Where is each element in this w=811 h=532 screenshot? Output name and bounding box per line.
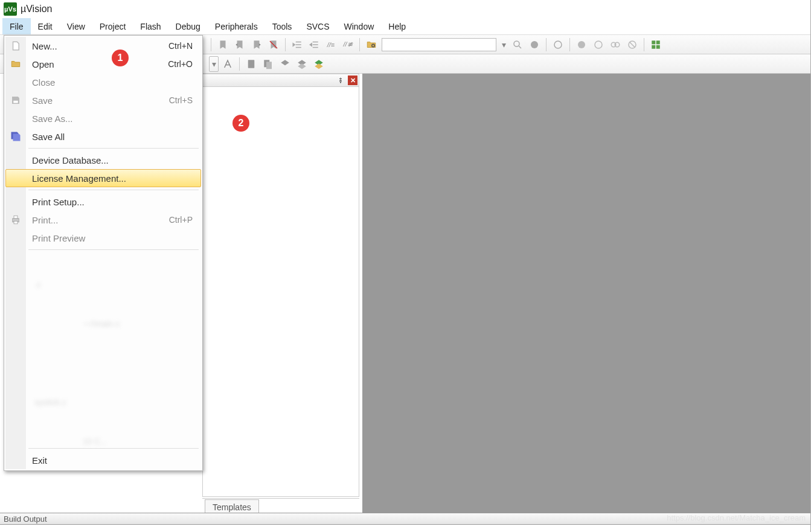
file-menu-new[interactable]: New...Ctrl+N <box>5 37 201 55</box>
menu-window[interactable]: Window <box>337 18 382 34</box>
menu-file[interactable]: File <box>2 18 31 34</box>
indent-icon[interactable] <box>289 37 305 53</box>
breakpoint-disable-icon[interactable] <box>607 37 623 53</box>
annotation-badge-1: 1 <box>112 50 129 66</box>
recent-file-fragment: systick.c <box>34 397 66 407</box>
svg-point-9 <box>531 41 538 48</box>
menu-project[interactable]: Project <box>92 18 133 34</box>
uncomment-icon[interactable]: //≢ <box>340 37 356 53</box>
menu-item-shortcut: Ctrl+S <box>169 95 193 105</box>
file-menu-printsetup[interactable]: Print Setup... <box>5 193 201 211</box>
templates-tab[interactable]: Templates <box>205 499 259 514</box>
build-icon[interactable] <box>243 56 259 72</box>
menu-separator <box>28 448 199 449</box>
incremental-find-icon[interactable] <box>510 37 525 53</box>
menu-help[interactable]: Help <box>381 18 413 34</box>
watermark-text: https://blog.csdn.net/Matcha_ice_cream <box>667 513 806 522</box>
breakpoint-enable-icon[interactable] <box>591 37 606 53</box>
file-menu-dropdown: New...Ctrl+NOpenCtrl+OCloseSaveCtrl+SSav… <box>4 35 203 471</box>
svg-rect-25 <box>14 216 18 219</box>
target-dropdown-icon[interactable]: ▾ <box>209 56 219 72</box>
comment-icon[interactable]: //≡ <box>323 37 339 53</box>
breakpoint-insert-icon[interactable] <box>574 37 589 53</box>
pane-titlebar: ✕ <box>202 74 359 87</box>
batch-build-icon[interactable] <box>277 56 293 72</box>
menu-item-label: Save All <box>32 132 65 142</box>
options-icon[interactable] <box>220 56 236 72</box>
file-menu-printprev[interactable]: Print Preview <box>5 229 201 247</box>
debug-icon[interactable] <box>527 37 542 53</box>
svg-rect-23 <box>13 101 18 103</box>
menu-item-label: New... <box>32 41 57 51</box>
menu-item-label: Device Database... <box>32 155 109 165</box>
menu-separator <box>28 148 199 149</box>
find-combo[interactable] <box>382 38 496 51</box>
open-folder-icon <box>9 57 22 71</box>
menu-peripherals[interactable]: Peripherals <box>208 18 265 34</box>
svg-rect-17 <box>656 40 660 44</box>
svg-rect-16 <box>652 40 655 44</box>
clean-icon[interactable] <box>294 56 310 72</box>
bottom-strip <box>0 525 810 532</box>
pin-icon[interactable] <box>336 75 345 85</box>
bookmark-prev-icon[interactable] <box>232 37 248 53</box>
app-window: µVs µVision FileEditViewProjectFlashDebu… <box>0 0 811 532</box>
svg-point-8 <box>514 41 519 46</box>
file-menu-exit[interactable]: Exit <box>5 451 201 469</box>
file-menu-open[interactable]: OpenCtrl+O <box>5 55 201 73</box>
file-menu-close[interactable]: Close <box>5 73 201 91</box>
recent-files-area[interactable]: .c∼r\main.csystick.c10 C... <box>28 252 201 446</box>
menu-svcs[interactable]: SVCS <box>299 18 336 34</box>
toolbar-separator <box>546 38 547 51</box>
toolbar-separator <box>359 38 360 51</box>
menu-item-shortcut: Ctrl+O <box>168 59 193 69</box>
file-menu-devdb[interactable]: Device Database... <box>5 151 201 169</box>
menu-item-label: Close <box>32 77 55 88</box>
menu-separator <box>28 190 199 190</box>
file-menu-saveas[interactable]: Save As... <box>5 109 201 127</box>
menu-tools[interactable]: Tools <box>265 18 300 34</box>
svg-point-12 <box>595 41 602 48</box>
recent-file-fragment: ∼r\main.c <box>83 319 120 328</box>
menu-item-shortcut: Ctrl+N <box>168 41 193 51</box>
mdi-area <box>362 74 810 514</box>
menu-item-label: License Management... <box>32 173 126 184</box>
file-menu-save[interactable]: SaveCtrl+S <box>5 91 201 109</box>
manage-runtime-icon[interactable] <box>311 56 327 72</box>
window-tile-icon[interactable] <box>648 37 664 53</box>
file-menu-print[interactable]: Print...Ctrl+P <box>5 211 201 229</box>
file-menu-license[interactable]: License Management... <box>5 169 201 187</box>
menu-item-label: Exit <box>32 455 47 466</box>
bookmark-clear-icon[interactable] <box>266 37 281 53</box>
menu-item-label: Print... <box>32 215 58 225</box>
menu-debug[interactable]: Debug <box>168 18 208 34</box>
menu-item-label: Print Setup... <box>32 197 85 207</box>
svg-point-11 <box>578 41 585 48</box>
rebuild-icon[interactable] <box>260 56 276 72</box>
save-all-icon <box>9 130 22 143</box>
svg-rect-26 <box>14 221 18 224</box>
file-menu-saveall[interactable]: Save All <box>5 127 201 146</box>
recent-file-fragment: .c <box>34 280 41 289</box>
pane-tabs: Templates <box>202 498 359 514</box>
bookmark-icon[interactable] <box>215 37 231 53</box>
menu-item-label: Open <box>32 59 54 69</box>
breakpoint-kill-icon[interactable] <box>624 37 640 53</box>
breakpoint-icon[interactable] <box>550 37 566 53</box>
svg-rect-19 <box>656 45 660 48</box>
bookmark-next-icon[interactable] <box>249 37 264 53</box>
new-file-icon <box>9 39 22 53</box>
menu-edit[interactable]: Edit <box>31 18 60 34</box>
find-dropdown-icon[interactable]: ▾ <box>499 37 508 53</box>
svg-point-10 <box>554 41 562 48</box>
app-icon: µVs <box>4 2 17 16</box>
outdent-icon[interactable] <box>306 37 322 53</box>
toolbar-separator <box>644 38 644 51</box>
menu-view[interactable]: View <box>60 18 92 34</box>
recent-file-fragment: 10 C... <box>83 437 107 446</box>
close-icon[interactable]: ✕ <box>348 75 357 85</box>
find-in-files-icon[interactable] <box>364 37 379 53</box>
menu-item-label: Save As... <box>32 114 73 124</box>
toolbar-separator <box>285 38 286 51</box>
menu-flash[interactable]: Flash <box>133 18 168 34</box>
